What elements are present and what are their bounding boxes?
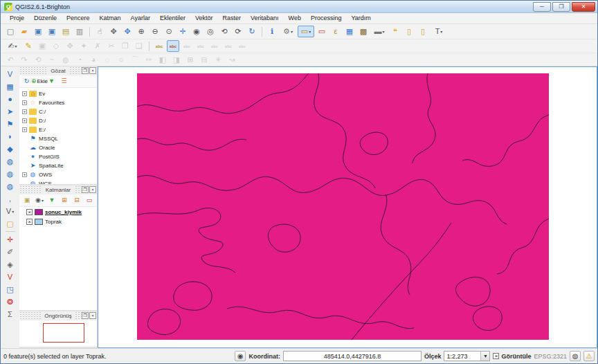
pan-to-selection-button[interactable]: ✥ (121, 26, 134, 37)
add-mssql-layer-button[interactable]: ⚑ (4, 118, 17, 130)
layers-panel-header[interactable]: Katmanlar ❐ × (19, 185, 97, 194)
coordinate-input[interactable]: 485414.0,4427916.8 (283, 351, 422, 361)
spatial-query-button[interactable]: ◳ (4, 283, 17, 295)
redo-button[interactable]: ↷ (18, 54, 30, 66)
evis-button[interactable]: ◈ (4, 258, 17, 271)
reshape-features-button[interactable]: ✏ (143, 54, 155, 66)
zoom-in-button[interactable]: ⊕ (135, 26, 147, 37)
text-annotation-button[interactable]: T (431, 26, 447, 37)
delete-selected-button[interactable]: ✗ (91, 40, 104, 52)
restore-button[interactable]: ❐ (552, 2, 570, 12)
node-tool-button[interactable]: ✦ (78, 40, 90, 52)
trace-button[interactable]: ↝ (226, 54, 238, 66)
overview-panel-header[interactable]: Öngörünüş ❐ × (19, 311, 97, 320)
zoom-to-layer-button[interactable]: ◎ (204, 26, 217, 37)
fill-ring-button[interactable]: ◕ (87, 54, 100, 66)
save-project-as-button[interactable]: ▣ (46, 26, 58, 37)
rotate-features-button[interactable]: ⟲ (32, 54, 44, 66)
add-oracle-georaster-button[interactable]: ◆ (4, 143, 17, 155)
float-panel-icon[interactable]: ❐ (82, 67, 89, 74)
add-raster-layer-button[interactable]: ▦ (4, 80, 17, 93)
browser-panel-header[interactable]: Gözat ❐ × (19, 66, 97, 75)
expand-icon[interactable] (22, 91, 27, 96)
add-group-button[interactable]: ▣ (21, 195, 33, 206)
composer-manager-button[interactable]: ▥ (73, 26, 86, 37)
add-wms-layer-button[interactable]: ◍ (4, 155, 17, 167)
close-panel-icon[interactable]: × (89, 312, 96, 319)
title-bar[interactable]: Q QGIS2.6.1-Brighton ─ ❐ ✕ (1, 1, 597, 13)
grass-tools-button[interactable]: ❂ (4, 295, 17, 308)
new-project-button[interactable]: ▢ (4, 26, 17, 37)
show-hide-labels-button[interactable]: abc (194, 40, 207, 52)
paused-labels-button[interactable]: abc (167, 40, 179, 52)
undo-button[interactable]: ↶ (4, 54, 17, 66)
select-by-expression-button[interactable]: ε (329, 26, 342, 37)
identify-features-button[interactable]: ℹ (266, 26, 278, 37)
add-oracle-layer-button[interactable]: ◗ (4, 130, 17, 143)
crs-status-button[interactable]: ◍ (570, 351, 581, 361)
browser-item-wcs[interactable]: ◍ WCS (19, 179, 97, 184)
layer-item-sonuc-kiymik[interactable]: sonuc_kiymik (19, 207, 97, 217)
zoom-last-button[interactable]: ⟲ (218, 26, 230, 37)
move-feature-button[interactable]: ✥ (64, 40, 76, 52)
menu-item[interactable]: Processing (306, 13, 347, 24)
browser-item-d-drive[interactable]: D:/ (19, 116, 97, 125)
collapse-all-layers-button[interactable]: ⊟ (71, 195, 82, 206)
menu-item[interactable]: Vektör (190, 13, 218, 24)
refresh-map-button[interactable]: ↻ (246, 26, 258, 37)
extent-toggle-button[interactable]: ◉ (235, 351, 246, 361)
add-wcs-layer-button[interactable]: ◍ (4, 167, 17, 180)
new-shapefile-layer-button[interactable]: V (2, 205, 19, 217)
menu-item[interactable]: Düzenle (29, 13, 62, 24)
pin-labels-button[interactable]: abc (181, 40, 193, 52)
menu-item[interactable]: Yardım (346, 13, 375, 24)
expand-icon[interactable] (22, 127, 27, 132)
merge-attributes-button[interactable]: ⊟ (198, 54, 210, 66)
zoom-out-button[interactable]: ⊖ (149, 26, 161, 37)
add-ring-button[interactable]: ◍ (60, 54, 72, 66)
offset-curve-button[interactable]: ⌒ (129, 54, 141, 66)
pan-map-button[interactable]: ✥ (107, 26, 120, 37)
menu-item[interactable]: Web (284, 13, 306, 24)
browser-item-spatialite[interactable]: ➤ SpatiaLite (19, 161, 97, 170)
add-postgis-layer-button[interactable]: ● (4, 93, 17, 105)
attribute-table-button[interactable]: ▦ (343, 26, 356, 37)
layer-visibility-checkbox[interactable] (26, 209, 33, 215)
zoom-next-button[interactable]: ⟳ (232, 26, 244, 37)
measure-button[interactable]: ▬ (371, 26, 388, 37)
map-tips-button[interactable]: ❝ (389, 26, 401, 37)
zoom-to-selection-button[interactable]: ◉ (190, 26, 203, 37)
open-project-button[interactable]: ▰ (18, 26, 30, 37)
rotate-label-button[interactable]: abc (222, 40, 235, 52)
filter-legend-button[interactable]: ▼ (46, 195, 57, 206)
browser-item-ev[interactable]: ⌂ Ev (19, 89, 97, 98)
show-bookmarks-button[interactable]: ▯ (417, 26, 429, 37)
scale-combo[interactable]: 1:2,273 ▼ (444, 351, 490, 361)
browser-item-postgis[interactable]: ● PostGIS (19, 152, 97, 161)
overview-map[interactable] (19, 320, 97, 347)
render-checkbox[interactable] (493, 353, 499, 359)
map-canvas[interactable] (98, 66, 597, 348)
paste-features-button[interactable]: ❏ (133, 40, 145, 52)
run-feature-action-button[interactable]: ⚙ (280, 26, 296, 37)
expand-icon[interactable] (22, 109, 27, 114)
zoom-native-button[interactable]: ⊙ (163, 26, 175, 37)
manage-visibility-button[interactable]: ◉ (34, 195, 45, 206)
menu-item[interactable]: Veritabanı (246, 13, 284, 24)
labeling-options-button[interactable]: abc (153, 40, 165, 52)
overview-extent-rectangle[interactable] (43, 323, 84, 343)
chevron-down-icon[interactable]: ▼ (480, 352, 489, 361)
split-parts-button[interactable]: ◨ (170, 54, 183, 66)
float-panel-icon[interactable]: ❐ (82, 186, 89, 193)
rotate-point-symbols-button[interactable]: ✳ (212, 54, 224, 66)
expand-icon[interactable] (22, 172, 27, 177)
menu-item[interactable]: Pencere (62, 13, 95, 24)
render-checkbox-group[interactable]: Görüntüle (493, 353, 531, 360)
collapse-all-button[interactable]: ☰ (59, 76, 70, 87)
add-selected-layers-button[interactable]: ⊕Ekle (34, 76, 45, 87)
messages-button[interactable]: ⚠ (583, 351, 595, 361)
browser-item-c-drive[interactable]: C:/ (19, 107, 97, 116)
close-panel-icon[interactable]: × (89, 67, 96, 74)
select-features-button[interactable]: ▭ (298, 26, 314, 37)
save-layer-edits-button[interactable]: ▣ (36, 40, 48, 52)
